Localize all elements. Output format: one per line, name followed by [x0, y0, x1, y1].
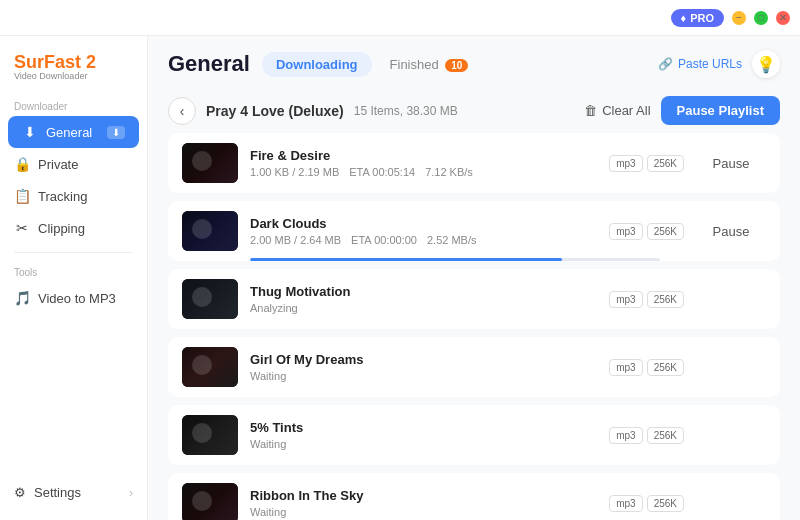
item-meta-2: 2.00 MB / 2.64 MB ETA 00:00:00 2.52 MB/s [250, 234, 597, 246]
thumb-inner-2 [182, 211, 238, 251]
sidebar-item-general-label: General [46, 125, 92, 140]
sidebar: SurFast 2 Video Downloader Downloader ⬇ … [0, 36, 148, 520]
sidebar-item-general[interactable]: ⬇ General ⬇ [8, 116, 139, 148]
item-title-2: Dark Clouds [250, 216, 597, 231]
settings-label: Settings [34, 485, 81, 500]
action-button-1[interactable]: Pause [696, 156, 766, 171]
thumb-6 [182, 483, 238, 520]
item-eta-1: ETA 00:05:14 [349, 166, 415, 178]
item-info-4: Girl Of My Dreams Waiting [250, 352, 597, 382]
sidebar-item-tracking[interactable]: 📋 Tracking [0, 180, 147, 212]
item-progress-fill-2 [250, 258, 562, 261]
item-size-1: 1.00 KB / 2.19 MB [250, 166, 339, 178]
quality-badge-3: 256K [647, 291, 684, 308]
sidebar-item-clipping[interactable]: ✂ Clipping [0, 212, 147, 244]
bulb-button[interactable]: 💡 [752, 50, 780, 78]
section-downloader-label: Downloader [0, 95, 147, 116]
download-list: Fire & Desire 1.00 KB / 2.19 MB ETA 00:0… [148, 133, 800, 520]
logo-surfast: SurFast [14, 52, 81, 72]
title-bar: ♦ PRO − □ ✕ [0, 0, 800, 36]
settings-item[interactable]: ⚙ Settings › [0, 477, 147, 508]
playlist-name: Pray 4 Love (Deluxe) [206, 103, 344, 119]
quality-badge-1: 256K [647, 155, 684, 172]
thumb-dot-4 [192, 355, 212, 375]
thumb-3 [182, 279, 238, 319]
thumb-inner-3 [182, 279, 238, 319]
page-title: General [168, 51, 250, 77]
item-badges-6: mp3 256K [609, 495, 684, 512]
settings-left: ⚙ Settings [14, 485, 81, 500]
sidebar-item-video-to-mp3-label: Video to MP3 [38, 291, 116, 306]
header-left: General Downloading Finished 10 [168, 51, 482, 77]
pro-badge[interactable]: ♦ PRO [671, 9, 724, 27]
item-badges-2: mp3 256K [609, 223, 684, 240]
item-badges-1: mp3 256K [609, 155, 684, 172]
lock-icon: 🔒 [14, 156, 30, 172]
bulb-icon: 💡 [756, 55, 776, 74]
item-title-4: Girl Of My Dreams [250, 352, 597, 367]
thumb-5 [182, 415, 238, 455]
sidebar-item-private[interactable]: 🔒 Private [0, 148, 147, 180]
clear-all-button[interactable]: 🗑 Clear All [584, 103, 650, 118]
thumb-dot-2 [192, 219, 212, 239]
thumb-dot-6 [192, 491, 212, 511]
item-meta-6: Waiting [250, 506, 597, 518]
item-speed-2: 2.52 MB/s [427, 234, 477, 246]
item-info-3: Thug Motivation Analyzing [250, 284, 597, 314]
download-item-4: Girl Of My Dreams Waiting mp3 256K [168, 337, 780, 397]
action-button-2[interactable]: Pause [696, 224, 766, 239]
chevron-right-icon: › [129, 486, 133, 500]
pro-diamond-icon: ♦ [681, 12, 687, 24]
item-status-6: Waiting [250, 506, 286, 518]
thumb-4 [182, 347, 238, 387]
thumb-dot-1 [192, 151, 212, 171]
thumb-dot-3 [192, 287, 212, 307]
download-item-2: Dark Clouds 2.00 MB / 2.64 MB ETA 00:00:… [168, 201, 780, 261]
item-status-3: Analyzing [250, 302, 298, 314]
item-status-5: Waiting [250, 438, 286, 450]
music-icon: 🎵 [14, 290, 30, 306]
quality-badge-6: 256K [647, 495, 684, 512]
item-info-2: Dark Clouds 2.00 MB / 2.64 MB ETA 00:00:… [250, 216, 597, 246]
close-button[interactable]: ✕ [776, 11, 790, 25]
item-badges-4: mp3 256K [609, 359, 684, 376]
item-info-6: Ribbon In The Sky Waiting [250, 488, 597, 518]
item-title-5: 5% Tints [250, 420, 597, 435]
playlist-bar: ‹ Pray 4 Love (Deluxe) 15 Items, 38.30 M… [148, 88, 800, 133]
pause-playlist-button[interactable]: Pause Playlist [661, 96, 780, 125]
back-button[interactable]: ‹ [168, 97, 196, 125]
playlist-right: 🗑 Clear All Pause Playlist [584, 96, 780, 125]
item-size-2: 2.00 MB / 2.64 MB [250, 234, 341, 246]
quality-badge-4: 256K [647, 359, 684, 376]
item-meta-1: 1.00 KB / 2.19 MB ETA 00:05:14 7.12 KB/s [250, 166, 597, 178]
maximize-button[interactable]: □ [754, 11, 768, 25]
paste-urls-button[interactable]: 🔗 Paste URLs [658, 57, 742, 71]
sidebar-item-video-to-mp3[interactable]: 🎵 Video to MP3 [0, 282, 147, 314]
tab-downloading[interactable]: Downloading [262, 52, 372, 77]
minimize-button[interactable]: − [732, 11, 746, 25]
item-progress-bar-2 [250, 258, 660, 261]
tab-group: Downloading Finished 10 [262, 52, 483, 77]
sidebar-bottom: ⚙ Settings › [0, 477, 147, 508]
settings-icon: ⚙ [14, 485, 26, 500]
playlist-left: ‹ Pray 4 Love (Deluxe) 15 Items, 38.30 M… [168, 97, 458, 125]
item-speed-1: 7.12 KB/s [425, 166, 473, 178]
sidebar-divider [14, 252, 133, 253]
sidebar-item-clipping-label: Clipping [38, 221, 85, 236]
paste-urls-label: Paste URLs [678, 57, 742, 71]
item-title-1: Fire & Desire [250, 148, 597, 163]
tab-finished-label: Finished [390, 57, 439, 72]
item-meta-5: Waiting [250, 438, 597, 450]
format-badge-5: mp3 [609, 427, 642, 444]
format-badge-4: mp3 [609, 359, 642, 376]
sidebar-item-private-label: Private [38, 157, 78, 172]
download-icon: ⬇ [22, 124, 38, 140]
item-eta-2: ETA 00:00:00 [351, 234, 417, 246]
finished-badge: 10 [445, 59, 468, 72]
tab-finished[interactable]: Finished 10 [376, 52, 483, 77]
item-meta-4: Waiting [250, 370, 597, 382]
download-badge: ⬇ [107, 126, 125, 139]
thumb-inner-1 [182, 143, 238, 183]
thumb-inner-5 [182, 415, 238, 455]
download-item-6: Ribbon In The Sky Waiting mp3 256K [168, 473, 780, 520]
